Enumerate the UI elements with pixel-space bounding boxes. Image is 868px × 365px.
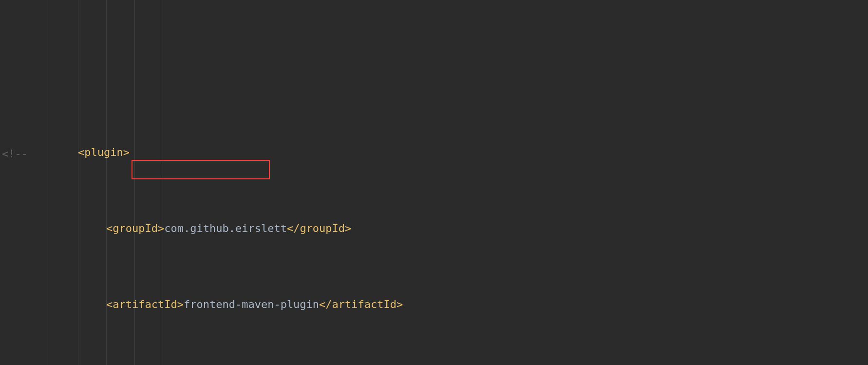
code-line[interactable]: <artifactId>frontend-maven-plugin</artif… [0, 295, 868, 314]
xml-tag: </artifactId> [319, 298, 403, 310]
code-line[interactable]: <plugin> [0, 143, 868, 162]
xml-text: com.github.eirslett [164, 222, 287, 234]
xml-tag: </groupId> [287, 222, 351, 234]
code-area[interactable]: </plugin> <plugin> <groupId>com.github.e… [0, 0, 868, 365]
code-editor[interactable]: <!-- </plugin> <plugin> <groupId>com.git… [0, 0, 868, 365]
xml-tag-plugin-open: <plugin> [78, 146, 130, 158]
xml-tag: <groupId> [106, 222, 164, 234]
code-line[interactable]: <groupId>com.github.eirslett</groupId> [0, 219, 868, 238]
xml-tag: <artifactId> [106, 298, 184, 310]
xml-text: frontend-maven-plugin [184, 298, 319, 310]
code-line[interactable]: </plugin> [0, 76, 868, 86]
